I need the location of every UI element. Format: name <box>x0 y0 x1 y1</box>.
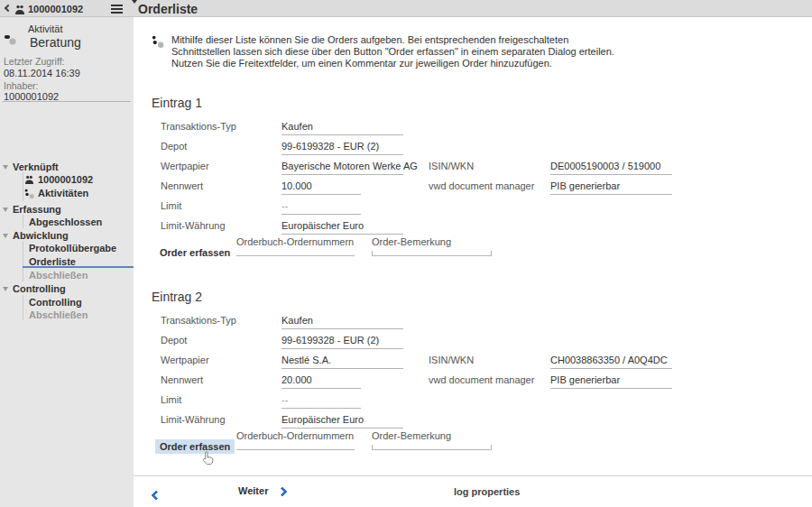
tree-section-erfassung[interactable]: Erfassung <box>0 204 134 217</box>
field-label: vwd document manager <box>429 374 534 385</box>
collapse-icon[interactable] <box>3 287 8 291</box>
limit-field[interactable]: -- <box>281 394 361 409</box>
info-dots-icon <box>152 35 165 52</box>
field-label: Nennwert <box>161 180 203 191</box>
last-access-value: 08.11.2014 16:39 <box>4 68 80 78</box>
depot-field[interactable]: 99-6199328 - EUR (2) <box>281 335 403 349</box>
order-entry-1: Eintrag 1 Transaktions-Typ Kaufen Depot … <box>134 90 812 284</box>
field-label: Limit-Währung <box>161 220 226 231</box>
log-properties-link[interactable]: log properties <box>454 486 520 497</box>
limit-currency-field[interactable]: Europäischer Euro <box>281 414 403 429</box>
tree-item-aktivitaeten[interactable]: Aktivitäten <box>0 188 134 200</box>
depot-field[interactable]: 99-6199328 - EUR (2) <box>281 141 403 155</box>
order-erfassen-button-hovered[interactable]: Order erfassen <box>155 439 235 454</box>
hamburger-menu-icon[interactable] <box>111 5 123 15</box>
weiter-label: Weiter <box>238 485 268 496</box>
isin-wkn-field[interactable]: CH0038863350 / A0Q4DC <box>550 355 672 369</box>
back-chevron-icon[interactable] <box>5 5 12 12</box>
previous-step-chevron-icon[interactable] <box>152 486 160 502</box>
tree-item-controlling[interactable]: Controlling <box>0 297 134 309</box>
order-erfassen-button[interactable]: Order erfassen <box>155 245 235 260</box>
collapse-icon[interactable] <box>3 207 8 212</box>
activity-dots-icon <box>4 34 18 52</box>
owner-label: Inhaber: <box>4 80 39 91</box>
tree-section-abwicklung[interactable]: Abwicklung <box>0 230 134 243</box>
activity-name[interactable]: Beratung <box>30 35 81 50</box>
security-field[interactable]: Nestlé S.A. <box>281 355 403 369</box>
vwd-document-manager-field[interactable]: PIB generierbar <box>550 180 672 195</box>
info-text-line: Nutzen Sie die Freitextfelder, um einen … <box>171 58 552 69</box>
limit-field[interactable]: -- <box>281 200 361 215</box>
tree-section-verknuepft[interactable]: Verknüpft <box>0 161 134 174</box>
field-label: Wertpapier <box>161 161 209 171</box>
last-access-label: Letzter Zugriff: <box>4 56 65 67</box>
top-header-bar: 1000001092 Orderliste <box>0 0 812 17</box>
field-label: Orderbuch-Ordernummern <box>236 430 354 441</box>
field-label: Limit-Währung <box>161 414 226 425</box>
entry-title: Eintrag 2 <box>152 290 202 304</box>
tree-item-account[interactable]: 1000001092 <box>0 174 134 187</box>
tree-item-protokolluebergabe[interactable]: Protokollübergabe <box>0 243 134 255</box>
field-label: ISIN/WKN <box>429 161 474 171</box>
security-field[interactable]: Bayerische Motoren Werke AG <box>281 161 403 175</box>
nominal-field[interactable]: 20.000 <box>281 374 361 389</box>
vwd-document-manager-field[interactable]: PIB generierbar <box>550 374 672 389</box>
collapse-icon[interactable] <box>3 165 8 170</box>
field-label: Depot <box>161 335 187 346</box>
order-numbers-input[interactable] <box>236 255 355 256</box>
limit-currency-field[interactable]: Europäischer Euro <box>281 220 403 235</box>
activity-dots-icon <box>24 189 35 201</box>
account-icon <box>24 175 34 187</box>
field-label: Depot <box>161 141 187 152</box>
order-note-input[interactable] <box>372 445 492 450</box>
field-label: ISIN/WKN <box>429 355 474 365</box>
page-title: Orderliste <box>138 2 198 16</box>
transaction-type-field[interactable]: Kaufen <box>281 315 403 329</box>
field-label: Nennwert <box>161 374 203 385</box>
tree-item-abschliessen-controlling: Abschließen <box>0 309 134 322</box>
field-label: Transaktions-Typ <box>161 315 236 326</box>
tree-selection-underline <box>23 266 134 268</box>
app-window: 1000001092 Orderliste Aktivität Beratung… <box>0 0 812 507</box>
field-label: Limit <box>161 200 181 211</box>
header-account-number[interactable]: 1000001092 <box>28 4 83 14</box>
entry-title: Eintrag 1 <box>152 96 202 110</box>
activity-type-label: Aktivität <box>28 23 63 34</box>
footer-divider <box>134 475 812 476</box>
cursor-pointer-icon <box>202 450 215 469</box>
tree-section-controlling[interactable]: Controlling <box>0 283 134 296</box>
field-label: vwd document manager <box>429 180 534 191</box>
field-label: Transaktions-Typ <box>161 121 236 132</box>
next-chevron-icon <box>278 486 288 496</box>
nominal-field[interactable]: 10.000 <box>281 180 361 195</box>
info-text-line: Schnittstellen lassen sich diese über de… <box>171 46 614 57</box>
order-note-input[interactable] <box>372 251 492 256</box>
sidebar-divider <box>3 101 131 102</box>
header-account-area: 1000001092 <box>0 0 134 17</box>
field-label: Limit <box>161 394 181 405</box>
transaction-type-field[interactable]: Kaufen <box>281 121 403 135</box>
field-label: Orderbuch-Ordernummern <box>236 236 354 247</box>
field-label: Order-Bemerkung <box>372 236 451 247</box>
tree-item-abschliessen-abwicklung: Abschließen <box>0 270 134 282</box>
field-label: Order-Bemerkung <box>372 430 451 441</box>
info-text-line: Mithilfe dieser Liste können Sie die Ord… <box>171 34 568 45</box>
sidebar: Aktivität Beratung Letzter Zugriff: 08.1… <box>0 17 134 507</box>
order-entry-2: Eintrag 2 Transaktions-Typ Kaufen Depot … <box>134 284 812 478</box>
isin-wkn-field[interactable]: DE0005190003 / 519000 <box>550 161 672 175</box>
field-label: Wertpapier <box>161 355 209 365</box>
main-content: Mithilfe dieser Liste können Sie die Ord… <box>134 17 812 507</box>
tree-item-abgeschlossen[interactable]: Abgeschlossen <box>0 217 134 229</box>
collapse-icon[interactable] <box>3 234 8 238</box>
weiter-button[interactable]: Weiter <box>238 485 286 496</box>
order-numbers-input[interactable] <box>236 449 355 450</box>
